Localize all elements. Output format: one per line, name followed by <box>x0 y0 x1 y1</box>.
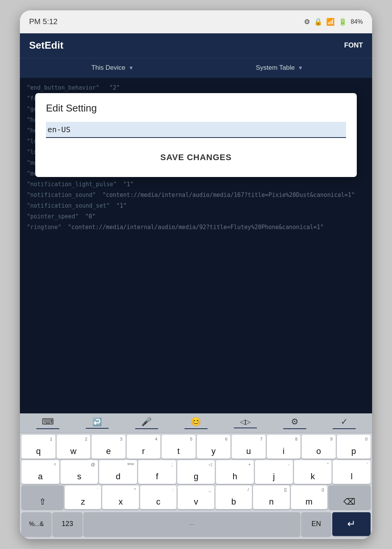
key-s[interactable]: @s <box>60 460 98 484</box>
key-b[interactable]: /b <box>216 485 252 509</box>
keyboard-bottom-row: %...& 123 — EN ↵ <box>20 511 372 539</box>
lock-icon: 🔒 <box>314 18 322 26</box>
key-symbols[interactable]: %...& <box>21 512 51 536</box>
key-k[interactable]: "k <box>294 460 332 484</box>
key-x[interactable]: ^x <box>102 485 139 509</box>
key-h[interactable]: +h <box>216 460 254 484</box>
emoji-icon[interactable]: 😊 <box>185 417 207 429</box>
app-bar: SetEdit FONT <box>20 33 372 58</box>
key-v[interactable]: _v <box>178 485 214 509</box>
settings-icon: ⚙ <box>304 18 310 26</box>
battery-level: 84% <box>351 18 363 25</box>
key-i[interactable]: 8i <box>267 435 301 459</box>
key-o[interactable]: 9o <box>302 435 336 459</box>
tab-system-table-arrow: ▼ <box>298 65 303 71</box>
space-bar-icon: — <box>189 521 194 527</box>
font-button[interactable]: FONT <box>344 41 363 49</box>
key-u[interactable]: 7u <box>232 435 266 459</box>
key-d[interactable]: timed <box>99 460 137 484</box>
key-f[interactable]: ;f <box>138 460 176 484</box>
tab-system-table[interactable]: System Table ▼ <box>196 64 363 72</box>
dialog-input[interactable] <box>46 122 346 137</box>
keyboard-icon[interactable]: ⌨ <box>36 417 59 429</box>
phone-frame: PM 5:12 ⚙ 🔒 📶 🔋 84% SetEdit FONT This De… <box>20 10 372 539</box>
key-j[interactable]: -j <box>255 460 293 484</box>
undo-icon[interactable]: ↩️ <box>86 417 109 429</box>
key-w[interactable]: 2w <box>57 435 91 459</box>
key-c[interactable]: :c <box>140 485 176 509</box>
status-icons: ⚙ 🔒 📶 🔋 84% <box>304 18 363 26</box>
key-y[interactable]: 6y <box>197 435 231 459</box>
key-backspace[interactable]: ⌫ <box>328 485 371 509</box>
check-icon[interactable]: ✓ <box>333 417 356 429</box>
dialog-overlay: Edit Setting SAVE CHANGES <box>20 78 372 413</box>
main-content: "end_button_behavior" "2" "font_ "gear "… <box>20 78 372 413</box>
key-z[interactable]: `z <box>65 485 101 509</box>
app-title: SetEdit <box>29 39 64 51</box>
key-l[interactable]: 'l <box>333 460 371 484</box>
edit-dialog: Edit Setting SAVE CHANGES <box>35 93 357 177</box>
status-time: PM 5:12 <box>29 17 57 26</box>
key-enter[interactable]: ↵ <box>332 512 371 536</box>
tab-bar: This Device ▼ System Table ▼ <box>20 58 372 78</box>
key-en[interactable]: EN <box>301 512 331 536</box>
keyboard-toolbar: ⌨ ↩️ 🎤 😊 ◁▷ ⚙ ✓ <box>20 413 372 433</box>
key-a[interactable]: =a <box>21 460 59 484</box>
tab-this-device-label: This Device <box>91 64 126 72</box>
key-shift[interactable]: ⇧ <box>21 485 64 509</box>
tab-this-device[interactable]: This Device ▼ <box>29 64 196 72</box>
key-t[interactable]: 5t <box>162 435 196 459</box>
wifi-icon: 📶 <box>326 18 335 26</box>
key-r[interactable]: 4r <box>127 435 161 459</box>
key-numbers[interactable]: 123 <box>52 512 82 536</box>
keyboard-row-3: ⇧ `z ^x :c _v /b []n ()m ⌫ <box>21 485 371 509</box>
key-space[interactable]: — <box>83 512 300 536</box>
status-bar: PM 5:12 ⚙ 🔒 📶 🔋 84% <box>20 10 372 33</box>
key-n[interactable]: []n <box>253 485 289 509</box>
key-m[interactable]: ()m <box>291 485 327 509</box>
dialog-title: Edit Setting <box>46 102 346 114</box>
keyboard: ⌨ ↩️ 🎤 😊 ◁▷ ⚙ ✓ 1q 2w 3e 4r 5t 6y 7u 8i … <box>20 413 372 539</box>
key-e[interactable]: 3e <box>91 435 126 459</box>
tab-this-device-arrow: ▼ <box>128 65 134 71</box>
battery-icon: 🔋 <box>338 18 347 26</box>
dialog-input-container <box>46 122 346 138</box>
key-g[interactable]: ◁g <box>177 460 215 484</box>
save-changes-button[interactable]: SAVE CHANGES <box>46 147 346 168</box>
key-q[interactable]: 1q <box>21 435 56 459</box>
cursor-icon[interactable]: ◁▷ <box>234 418 257 428</box>
key-p[interactable]: 0p <box>337 435 371 459</box>
keyboard-row-2: =a @s timed ;f ◁g +h -j "k 'l <box>21 460 371 484</box>
settings-kb-icon[interactable]: ⚙ <box>283 417 306 429</box>
tab-system-table-label: System Table <box>256 64 295 72</box>
keyboard-row-1: 1q 2w 3e 4r 5t 6y 7u 8i 9o 0p <box>21 435 371 459</box>
mic-icon[interactable]: 🎤 <box>135 417 158 429</box>
